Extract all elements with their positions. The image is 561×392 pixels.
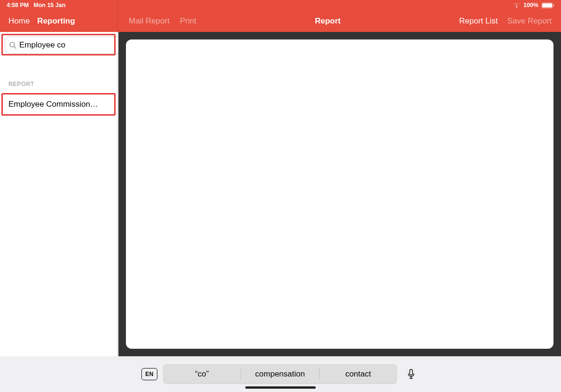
report-viewer-frame	[118, 32, 561, 356]
keyboard-bar: EN “co” compensation contact	[0, 356, 561, 392]
wifi-icon	[513, 2, 521, 8]
keyboard-language-button[interactable]: EN	[141, 368, 157, 380]
svg-rect-5	[410, 369, 413, 375]
report-canvas	[126, 39, 553, 349]
search-result-item[interactable]: Employee Commission Re…	[0, 94, 108, 115]
suggestion-row: “co” compensation contact	[163, 364, 397, 384]
sidebar-divider	[117, 0, 118, 392]
section-header-report: REPORT	[0, 81, 117, 87]
content-title: Report	[315, 16, 341, 25]
battery-percent: 100%	[523, 2, 538, 8]
status-bar: 4:58 PM Mon 15 Jan 100%	[0, 0, 561, 10]
search-input[interactable]	[19, 40, 119, 50]
svg-rect-2	[553, 4, 554, 7]
save-report-button[interactable]: Save Report	[507, 16, 552, 26]
search-icon	[9, 41, 16, 49]
svg-line-4	[14, 47, 16, 48]
svg-rect-1	[542, 3, 552, 8]
suggestion-1[interactable]: “co”	[163, 369, 241, 379]
report-list-button[interactable]: Report List	[459, 16, 498, 26]
page-title: Reporting	[37, 16, 75, 26]
top-nav: Home Reporting Mail Report Print Report …	[0, 10, 561, 32]
mail-report-button[interactable]: Mail Report	[129, 16, 170, 26]
status-date: Mon 15 Jan	[33, 2, 65, 8]
status-time: 4:58 PM	[7, 2, 29, 8]
sidebar: Cancel REPORT Employee Commission Re…	[0, 32, 117, 392]
search-box[interactable]	[5, 37, 134, 54]
print-button[interactable]: Print	[180, 16, 196, 26]
battery-icon	[541, 2, 554, 8]
home-indicator[interactable]	[245, 386, 316, 389]
home-button[interactable]: Home	[8, 16, 30, 26]
dictation-mic-icon[interactable]	[403, 366, 420, 383]
suggestion-2[interactable]: compensation	[241, 369, 319, 379]
suggestion-3[interactable]: contact	[319, 369, 397, 379]
